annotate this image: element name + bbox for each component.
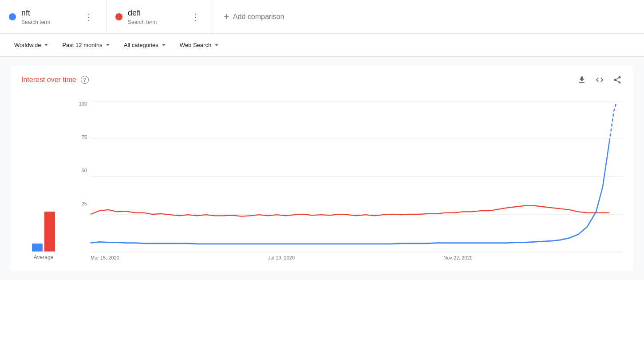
defi-info: defi Search term — [128, 8, 187, 25]
share-icon[interactable] — [612, 75, 623, 85]
region-chevron-icon — [44, 44, 48, 46]
defi-type: Search term — [128, 19, 187, 25]
nft-dot — [9, 13, 16, 20]
category-filter[interactable]: All categories — [119, 38, 171, 52]
defi-dot — [115, 13, 122, 20]
line-chart-container: 100 75 50 25 — [73, 101, 623, 260]
y-label-100: 100 — [73, 101, 87, 106]
category-label: All categories — [124, 42, 158, 48]
nft-type: Search term — [21, 19, 81, 25]
nft-name: nft — [21, 8, 81, 18]
defi-name: defi — [128, 8, 187, 18]
nft-more-button[interactable]: ⋮ — [81, 11, 97, 23]
region-label: Worldwide — [14, 42, 41, 48]
defi-more-button[interactable]: ⋮ — [187, 11, 204, 23]
section-title-area: Interest over time ? — [21, 76, 89, 84]
period-label: Past 12 months — [62, 42, 102, 48]
average-section: Average — [21, 198, 66, 260]
average-bars — [32, 198, 55, 252]
search-terms-bar: nft Search term ⋮ defi Search term ⋮ + A… — [0, 0, 644, 34]
period-filter[interactable]: Past 12 months — [57, 38, 115, 52]
date-label-march: Mar 15, 2020 — [91, 255, 119, 260]
interest-over-time-section: Interest over time ? — [11, 66, 633, 271]
filter-bar: Worldwide Past 12 months All categories … — [0, 34, 644, 57]
main-content: Interest over time ? — [0, 57, 644, 280]
y-label-25: 25 — [73, 201, 87, 206]
y-label-50: 50 — [73, 168, 87, 173]
section-title: Interest over time — [21, 76, 76, 84]
average-bar-defi — [44, 212, 55, 252]
category-chevron-icon — [162, 44, 166, 46]
date-label-spacer: . — [621, 255, 623, 260]
date-label-july: Jul 19, 2020 — [268, 255, 295, 260]
average-bar-nft — [32, 244, 43, 252]
section-actions — [577, 75, 623, 85]
line-chart-svg — [91, 101, 623, 252]
plus-icon: + — [224, 11, 229, 23]
chart-area: Average 100 75 50 25 — [21, 101, 623, 260]
section-header: Interest over time ? — [21, 75, 623, 92]
region-filter[interactable]: Worldwide — [9, 38, 53, 52]
nft-line — [91, 142, 609, 244]
search-type-chevron-icon — [215, 44, 218, 46]
help-icon[interactable]: ? — [81, 76, 89, 84]
average-label: Average — [34, 254, 53, 260]
nft-dotted-line — [609, 104, 616, 142]
search-term-defi: defi Search term ⋮ — [107, 0, 213, 33]
date-label-november: Nov 22, 2020 — [443, 255, 472, 260]
chart-with-yaxis: 100 75 50 25 — [73, 101, 623, 253]
add-comparison-label: Add comparison — [233, 13, 284, 21]
defi-line — [91, 206, 609, 216]
svg-chart-wrapper — [91, 101, 623, 253]
nft-info: nft Search term — [21, 8, 81, 25]
search-type-filter[interactable]: Web Search — [174, 38, 224, 52]
y-axis-labels: 100 75 50 25 — [73, 101, 87, 234]
period-chevron-icon — [106, 44, 110, 46]
date-labels: Mar 15, 2020 Jul 19, 2020 Nov 22, 2020 . — [73, 255, 623, 260]
add-comparison-button[interactable]: + Add comparison — [213, 0, 644, 33]
search-type-label: Web Search — [180, 42, 211, 48]
y-label-75: 75 — [73, 134, 87, 140]
search-term-nft: nft Search term ⋮ — [0, 0, 107, 33]
download-icon[interactable] — [577, 75, 587, 85]
embed-icon[interactable] — [594, 75, 605, 85]
